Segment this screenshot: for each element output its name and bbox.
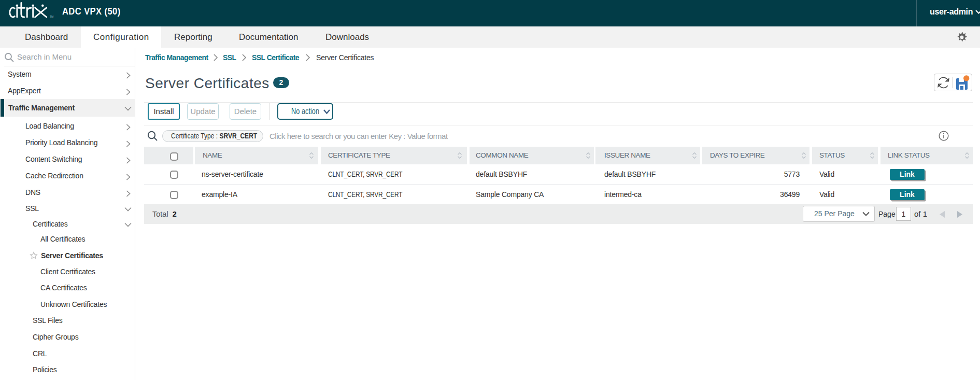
svg-text:TM: TM — [50, 15, 53, 18]
